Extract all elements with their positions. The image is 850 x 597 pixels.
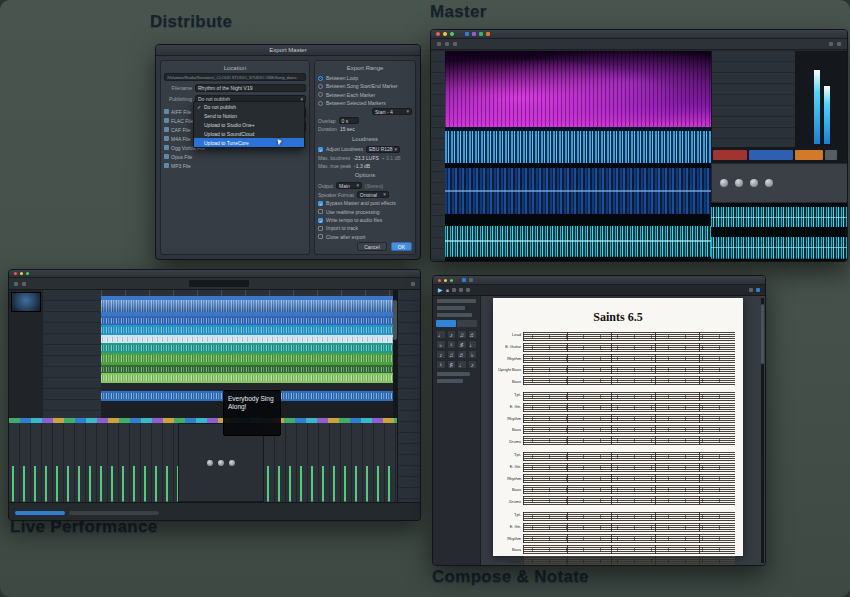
tool-icon[interactable] <box>411 282 415 286</box>
cancel-button[interactable]: Cancel <box>357 242 387 251</box>
symbol-cell[interactable]: ♮ <box>447 340 457 349</box>
zoom-button[interactable] <box>450 32 454 36</box>
toolbar-icon[interactable] <box>472 32 476 36</box>
track-lane-pale[interactable] <box>101 335 397 343</box>
ok-button[interactable]: OK <box>391 242 412 251</box>
master-titlebar[interactable] <box>431 30 847 39</box>
mastering-waveform-top[interactable] <box>711 203 848 232</box>
mixer-section[interactable] <box>9 418 397 502</box>
toolbar-icon[interactable] <box>486 32 490 36</box>
loudness-preset-dropdown[interactable]: EBU R128▾ <box>366 146 400 153</box>
mixer-strips-right[interactable] <box>264 423 397 502</box>
toolbar-icon[interactable] <box>462 278 466 282</box>
knob-icon[interactable] <box>720 179 728 187</box>
score-page[interactable]: Saints 6.5 Lead E. Guitar Rhythm Upright… <box>493 298 743 556</box>
range-option-selected-markers[interactable]: Between Selected Markers <box>318 100 412 106</box>
tool-icon[interactable] <box>749 288 753 292</box>
zoom-button[interactable] <box>450 279 453 282</box>
option-import-to-track[interactable]: ✓Import to track <box>318 225 412 231</box>
tool-icon[interactable] <box>445 42 449 46</box>
zoom-button[interactable] <box>26 272 29 275</box>
knob-icon[interactable] <box>735 179 743 187</box>
option-close-after-export[interactable]: ✓Close after export <box>318 234 412 240</box>
symbol-cell[interactable]: ♬ <box>457 350 467 359</box>
sidebar-item[interactable] <box>437 313 472 317</box>
close-button[interactable] <box>438 279 441 282</box>
range-option-loop[interactable]: Between Loop <box>318 75 412 81</box>
symbol-cell[interactable]: ♩ <box>436 330 446 339</box>
tool-icon[interactable] <box>837 42 841 46</box>
staff[interactable] <box>523 545 735 554</box>
score-scrollbar[interactable] <box>761 298 764 563</box>
minimize-button[interactable] <box>20 272 23 275</box>
staff[interactable] <box>523 534 735 543</box>
speaker-format-dropdown[interactable]: Original▾ <box>357 191 389 198</box>
minimize-button[interactable] <box>443 32 447 36</box>
toolbar-icon[interactable] <box>469 278 473 282</box>
close-button[interactable] <box>14 272 17 275</box>
tool-icon[interactable] <box>466 288 470 292</box>
tool-icon[interactable] <box>437 42 441 46</box>
staff[interactable] <box>523 376 735 385</box>
menu-item-upload-tunecore[interactable]: Upload to TuneCore <box>194 138 304 147</box>
staff[interactable] <box>523 436 735 445</box>
marker-range-dropdown[interactable]: Start - 4▾ <box>372 108 412 115</box>
track-lane-cyan[interactable] <box>101 325 397 335</box>
track-lane-lime[interactable] <box>101 373 397 383</box>
staff[interactable] <box>523 556 735 565</box>
clip-red[interactable] <box>713 150 747 160</box>
symbol-cell[interactable]: ♪ <box>468 360 478 369</box>
staff[interactable] <box>523 485 735 494</box>
symbol-cell[interactable]: ♩ <box>457 360 467 369</box>
vertical-scrollbar[interactable] <box>393 290 397 418</box>
knob-icon[interactable] <box>750 179 758 187</box>
option-bypass[interactable]: ✓Bypass Master and post effects <box>318 200 412 206</box>
clip-gray[interactable] <box>825 150 837 160</box>
transport-display[interactable] <box>189 280 249 287</box>
tool-icon[interactable] <box>22 282 26 286</box>
track-lane-teal[interactable] <box>101 343 397 353</box>
sidebar-item[interactable] <box>437 306 465 310</box>
transport-stop-icon[interactable]: ■ <box>446 288 449 293</box>
minimize-button[interactable] <box>444 279 447 282</box>
clip-orange[interactable] <box>795 150 823 160</box>
menu-item-send-to-notion[interactable]: Send to Notion <box>194 111 304 120</box>
staff[interactable] <box>523 343 735 352</box>
option-realtime[interactable]: ✓Use realtime processing <box>318 209 412 215</box>
sidebar-item[interactable] <box>437 372 470 376</box>
symbol-cell[interactable]: ♮ <box>436 360 446 369</box>
output-dropdown[interactable]: Main▾ <box>336 182 362 189</box>
staff[interactable] <box>523 354 735 363</box>
knob-icon[interactable] <box>207 460 213 466</box>
symbol-cell[interactable]: ♯ <box>447 360 457 369</box>
browser-panel[interactable] <box>397 290 421 502</box>
track-header-column[interactable] <box>43 290 101 418</box>
staff[interactable] <box>523 392 735 401</box>
staff[interactable] <box>523 523 735 532</box>
track-lane-green[interactable] <box>101 353 397 365</box>
tool-icon[interactable] <box>459 288 463 292</box>
sidebar-item[interactable] <box>437 299 476 303</box>
mastering-waveform-bottom[interactable] <box>711 232 848 262</box>
symbol-cell[interactable]: ♪ <box>447 330 457 339</box>
master-waveform-display[interactable] <box>445 163 711 219</box>
tool-icon[interactable] <box>453 42 457 46</box>
live-titlebar[interactable] <box>9 270 420 278</box>
symbol-cell[interactable]: ♭ <box>468 350 478 359</box>
staff[interactable] <box>523 452 735 461</box>
tool-icon[interactable] <box>829 42 833 46</box>
close-button[interactable] <box>436 32 440 36</box>
staff[interactable] <box>523 512 735 521</box>
frequency-histogram[interactable] <box>445 127 711 163</box>
menu-item-do-not-publish[interactable]: ✓Do not publish <box>194 102 304 111</box>
staff[interactable] <box>523 496 735 505</box>
tool-icon[interactable] <box>452 288 456 292</box>
adjust-loudness-row[interactable]: ✓ Adjust Loudness EBU R128▾ <box>318 146 412 153</box>
symbol-cell[interactable]: ♫ <box>457 330 467 339</box>
knob-icon[interactable] <box>218 460 224 466</box>
loudness-stats-panel[interactable] <box>711 51 795 147</box>
staves[interactable] <box>523 452 735 505</box>
overlap-input[interactable]: 0 s <box>339 117 359 124</box>
staff[interactable] <box>523 403 735 412</box>
staves[interactable] <box>523 392 735 445</box>
